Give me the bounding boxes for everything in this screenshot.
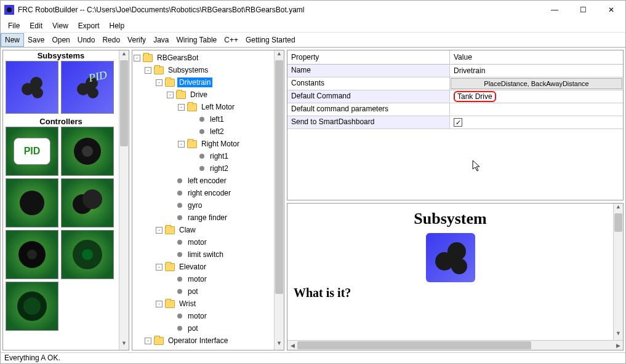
tree-toggle[interactable]: - [145, 338, 151, 344]
menu-file[interactable]: File [3, 20, 25, 31]
doc-hscrollbar[interactable]: ◀▶ [287, 340, 623, 350]
tree-node[interactable]: pot [134, 285, 274, 298]
palette-item-subsystem[interactable] [6, 61, 58, 114]
highlighted-value[interactable]: Tank Drive [454, 91, 496, 102]
tree-label[interactable]: Operator Interface [166, 336, 230, 346]
tree-node[interactable]: left2 [134, 125, 274, 138]
tree-node[interactable]: -Claw [134, 224, 274, 236]
property-value[interactable]: ✓ [450, 116, 623, 129]
tree-node[interactable]: -Right Motor [134, 138, 274, 150]
tool-save[interactable]: Save [24, 34, 48, 46]
tree-label[interactable]: left2 [208, 127, 226, 136]
tool-open[interactable]: Open [48, 34, 73, 46]
tree-node[interactable]: gyro [134, 199, 274, 212]
tree-node[interactable]: right encoder [134, 187, 274, 199]
component-icon [177, 215, 182, 220]
tool-wiring-table[interactable]: Wiring Table [172, 34, 220, 46]
tree-node[interactable]: right2 [134, 162, 274, 175]
tree-label[interactable]: pot [186, 287, 200, 296]
palette-item-controller-5[interactable] [6, 230, 58, 279]
tool-redo[interactable]: Redo [98, 34, 124, 46]
tool-new[interactable]: New [1, 33, 24, 47]
tree-node[interactable]: -RBGearsBot [134, 52, 274, 64]
menu-help[interactable]: Help [105, 20, 130, 31]
tree-node[interactable]: motor [134, 273, 274, 285]
tree-label[interactable]: Left Motor [199, 102, 236, 112]
doc-vscrollbar[interactable]: ▲▼ [613, 204, 623, 340]
tree-label[interactable]: right encoder [186, 188, 233, 198]
tree-node[interactable]: pot [134, 322, 274, 334]
menu-edit[interactable]: Edit [25, 20, 47, 31]
folder-icon [187, 140, 197, 148]
tree-node[interactable]: motor [134, 236, 274, 248]
palette-item-pid-subsystem[interactable]: PID [61, 61, 114, 114]
tree-node[interactable]: left1 [134, 113, 274, 125]
checkbox[interactable]: ✓ [454, 118, 462, 127]
tree-label[interactable]: motor [186, 237, 209, 247]
tree-toggle[interactable]: - [134, 55, 140, 61]
tree-node[interactable]: -Elevator [134, 261, 274, 273]
tree-node[interactable]: -Drivetrain [134, 76, 274, 89]
menu-view[interactable]: View [47, 20, 73, 31]
palette-item-pid-controller[interactable]: PID [6, 127, 58, 176]
svg-point-9 [82, 146, 93, 157]
palette-item-controller-4[interactable] [61, 178, 114, 228]
tree-toggle[interactable]: - [178, 104, 185, 111]
tree-node[interactable]: right1 [134, 150, 274, 162]
tool-verify[interactable]: Verify [124, 34, 150, 46]
tree-node[interactable]: -Drive [134, 89, 274, 101]
tree-node[interactable]: left encoder [134, 175, 274, 187]
palette-item-motor-controller[interactable] [61, 127, 114, 176]
tree-toggle[interactable]: - [156, 264, 163, 271]
palette-scrollbar[interactable]: ▲▼ [119, 50, 129, 350]
tree-node[interactable]: -Left Motor [134, 101, 274, 113]
tree-label[interactable]: range finder [186, 213, 229, 223]
property-value[interactable]: Drivetrain [450, 65, 623, 77]
palette-item-controller-7[interactable] [6, 282, 58, 331]
tool-getting-started[interactable]: Getting Started [242, 34, 299, 46]
menu-export[interactable]: Export [73, 20, 105, 31]
tree-label[interactable]: motor [186, 311, 209, 321]
tree-node[interactable]: range finder [134, 212, 274, 224]
tree-label[interactable]: left1 [208, 114, 226, 124]
close-button[interactable]: ✕ [597, 1, 625, 19]
property-value[interactable] [450, 103, 623, 116]
tool-undo[interactable]: Undo [74, 34, 99, 46]
tree-node[interactable]: motor [134, 310, 274, 322]
tree-label[interactable]: limit switch [186, 250, 225, 259]
tree-toggle[interactable]: - [156, 301, 163, 307]
tool-java[interactable]: Java [150, 34, 172, 46]
tree-label[interactable]: Claw [177, 225, 198, 235]
tree-node[interactable]: -Operator Interface [134, 334, 274, 347]
tree-label[interactable]: right2 [208, 164, 230, 173]
tree-label[interactable]: Drive [188, 90, 209, 100]
property-value[interactable]: PlaceDistance, BackAwayDistance [451, 78, 622, 89]
minimize-button[interactable]: — [540, 1, 569, 19]
tree-toggle[interactable]: - [167, 92, 174, 98]
tree-label[interactable]: Elevator [177, 262, 208, 272]
tree-toggle[interactable]: - [156, 79, 163, 86]
palette-section-subsystems: Subsystems [3, 50, 119, 61]
tree-label[interactable]: motor [186, 274, 209, 284]
tree-label[interactable]: left encoder [186, 176, 228, 186]
tree-label[interactable]: Wrist [177, 299, 198, 309]
tree-node[interactable]: -Wrist [134, 298, 274, 310]
maximize-button[interactable]: ☐ [569, 1, 597, 19]
property-value[interactable]: Tank Drive [450, 90, 623, 103]
palette-item-controller-3[interactable] [6, 178, 58, 228]
tree-label[interactable]: Right Motor [199, 139, 241, 149]
tree-node[interactable]: -Subsystems [134, 64, 274, 76]
palette-item-controller-6[interactable] [61, 230, 114, 279]
tree-toggle[interactable]: - [145, 67, 151, 74]
tree-label[interactable]: gyro [186, 200, 204, 210]
tree-toggle[interactable]: - [178, 141, 185, 148]
tree-toggle[interactable]: - [156, 227, 163, 234]
tree-label[interactable]: Subsystems [166, 65, 210, 75]
tree-label[interactable]: Drivetrain [177, 77, 212, 87]
tree-node[interactable]: limit switch [134, 248, 274, 261]
tree-label[interactable]: pot [186, 323, 200, 333]
tool-c++[interactable]: C++ [220, 34, 242, 46]
tree-label[interactable]: right1 [208, 151, 230, 161]
tree-label[interactable]: RBGearsBot [155, 53, 200, 63]
tree-scrollbar[interactable]: ▲▼ [274, 50, 284, 350]
